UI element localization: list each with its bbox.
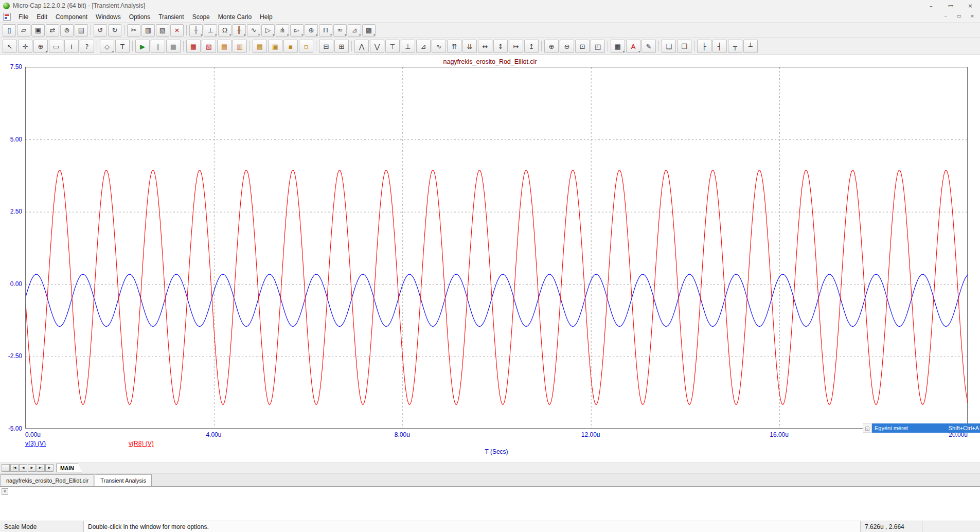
schematic-document-icon[interactable] — [3, 13, 11, 21]
ground-component-button[interactable]: ⊥ — [204, 24, 217, 37]
legend-v-r8-v[interactable]: v(R8) (V) — [129, 440, 154, 447]
stepping-button[interactable]: ▧ — [202, 40, 216, 53]
tab-nagyfrekis-erosito-rod-elliot-cir[interactable]: nagyfrekis_erosito_Rod_Elliot.cir — [1, 474, 94, 486]
menu-item-windows[interactable]: Windows — [92, 12, 125, 22]
watch-button[interactable]: ▣ — [268, 40, 282, 53]
plot-canvas[interactable] — [25, 67, 968, 429]
menu-item-scope[interactable]: Scope — [188, 12, 214, 22]
high-tag-button[interactable]: ⊤ — [385, 40, 400, 53]
numeric-output-button[interactable]: ▤ — [253, 40, 267, 53]
menu-item-transient[interactable]: Transient — [154, 12, 188, 22]
align-right-button[interactable]: ┤ — [712, 40, 727, 53]
custom-size-menu-item[interactable]: ◱ Egyéni méret Shift+Ctrl+A — [863, 423, 980, 433]
zoom-mode-button[interactable]: ⊕ — [33, 40, 48, 53]
delete-button[interactable]: × — [170, 24, 184, 37]
open-file-button[interactable]: ▱ — [17, 24, 30, 37]
panel-close-button[interactable]: × — [2, 488, 8, 495]
slope-tag-button[interactable]: ⊿ — [416, 40, 431, 53]
text-mode-button[interactable]: T — [115, 40, 130, 53]
close-button[interactable]: × — [960, 0, 980, 11]
help-mode-button[interactable]: ? — [80, 40, 94, 53]
breakpoints-button[interactable]: ▪ — [283, 40, 298, 53]
tab-transient-analysis[interactable]: Transient Analysis — [95, 474, 152, 486]
graphics-mode-button[interactable]: ◇ — [100, 40, 114, 53]
sine-source-component-button[interactable]: ≈ — [333, 24, 347, 37]
page-tab-main[interactable]: MAIN — [56, 464, 82, 472]
menu-item-component[interactable]: Component — [51, 12, 92, 22]
capacitor-component-button[interactable]: ╫ — [233, 24, 246, 37]
wire-mode-button[interactable]: ┼ — [189, 24, 203, 37]
first-page-button[interactable]: |◀ — [10, 464, 19, 472]
analysis-limits-button[interactable]: ▦ — [186, 40, 201, 53]
split-horizontal-button[interactable]: ⊟ — [319, 40, 333, 53]
run-analysis-button[interactable]: ▶ — [135, 40, 150, 53]
align-top-button[interactable]: ┬ — [728, 40, 742, 53]
menu-item-edit[interactable]: Edit — [32, 12, 51, 22]
go-to-x-button[interactable]: ↦ — [509, 40, 523, 53]
resistor-component-button[interactable]: Ω — [218, 24, 231, 37]
optimize-button[interactable]: ▤ — [217, 40, 231, 53]
state-variables-button[interactable]: ▥ — [233, 40, 247, 53]
pan-mode-button[interactable]: ✛ — [18, 40, 32, 53]
inductor-component-button[interactable]: ∿ — [247, 24, 260, 37]
last-page-button[interactable]: ▶| — [37, 464, 45, 472]
bjt-component-button[interactable]: ⋔ — [276, 24, 289, 37]
global-high-button[interactable]: ⇈ — [447, 40, 461, 53]
legend-v-3-v[interactable]: v(3) (V) — [25, 440, 46, 447]
pause-analysis-button[interactable]: ∥ — [151, 40, 165, 53]
go-to-y-button[interactable]: ↥ — [524, 40, 539, 53]
edit-annotation-button[interactable]: ✎ — [642, 40, 656, 53]
stop-analysis-button[interactable]: ■ — [166, 40, 181, 53]
print-button[interactable]: ▤ — [75, 24, 88, 37]
animate-button[interactable]: ▫ — [299, 40, 313, 53]
inflection-tag-button[interactable]: ∿ — [432, 40, 446, 53]
auto-scale-button[interactable]: ⊡ — [575, 40, 590, 53]
minimize-button[interactable]: – — [921, 0, 941, 11]
select-mode-button[interactable]: ↖ — [3, 40, 17, 53]
session-button[interactable]: ⊚ — [60, 24, 74, 37]
global-low-button[interactable]: ⇊ — [462, 40, 477, 53]
switch-component-button[interactable]: ⊿ — [348, 24, 361, 37]
redo-button[interactable]: ↻ — [108, 24, 121, 37]
diode-component-button[interactable]: ▷ — [261, 24, 275, 37]
macro-component-button[interactable]: ▩ — [362, 24, 376, 37]
restore-scale-button[interactable]: ◰ — [591, 40, 605, 53]
peak-tag-button[interactable]: ⋀ — [354, 40, 369, 53]
translate-button[interactable]: ⇄ — [46, 24, 59, 37]
paste-button[interactable]: ▧ — [156, 24, 169, 37]
duplicate-page-button[interactable]: ❐ — [677, 40, 691, 53]
opamp-component-button[interactable]: ▻ — [290, 24, 304, 37]
valley-tag-button[interactable]: ⋁ — [370, 40, 384, 53]
font-color-button[interactable]: A — [626, 40, 640, 53]
align-left-button[interactable]: ├ — [697, 40, 711, 53]
menu-item-monte-carlo[interactable]: Monte Carlo — [214, 12, 256, 22]
select-region-mode-button[interactable]: ▭ — [49, 40, 63, 53]
pulse-source-component-button[interactable]: Π — [319, 24, 332, 37]
low-tag-button[interactable]: ⊥ — [401, 40, 415, 53]
source-component-button[interactable]: ⊕ — [305, 24, 318, 37]
zoom-in-button[interactable]: ⊕ — [544, 40, 559, 53]
zoom-out-button[interactable]: ⊖ — [560, 40, 574, 53]
info-mode-button[interactable]: i — [64, 40, 79, 53]
menu-item-options[interactable]: Options — [125, 12, 154, 22]
copy-page-button[interactable]: ❏ — [662, 40, 676, 53]
menu-item-file[interactable]: File — [14, 12, 32, 22]
vertical-tag-button[interactable]: ↕ — [493, 40, 508, 53]
align-bottom-button[interactable]: ┴ — [743, 40, 758, 53]
hide-tabs-button[interactable]: – — [2, 464, 10, 472]
cut-button[interactable]: ✂ — [127, 24, 140, 37]
horizontal-tag-button[interactable]: ↔ — [478, 40, 492, 53]
save-file-button[interactable]: ▣ — [31, 24, 45, 37]
child-minimize-button[interactable]: – — [939, 11, 952, 21]
child-restore-button[interactable]: ▭ — [952, 11, 966, 21]
next-page-button[interactable]: ▶ — [28, 464, 36, 472]
previous-page-button[interactable]: ◀ — [19, 464, 27, 472]
undo-button[interactable]: ↺ — [94, 24, 107, 37]
restore-button[interactable]: ▭ — [941, 0, 960, 11]
split-vertical-button[interactable]: ⊞ — [334, 40, 349, 53]
scroll-pages-button[interactable]: ▶ — [45, 464, 54, 472]
copy-button[interactable]: ▥ — [141, 24, 155, 37]
new-file-button[interactable]: ▯ — [3, 24, 16, 37]
properties-grid-button[interactable]: ▦ — [611, 40, 625, 53]
menu-item-help[interactable]: Help — [256, 12, 277, 22]
